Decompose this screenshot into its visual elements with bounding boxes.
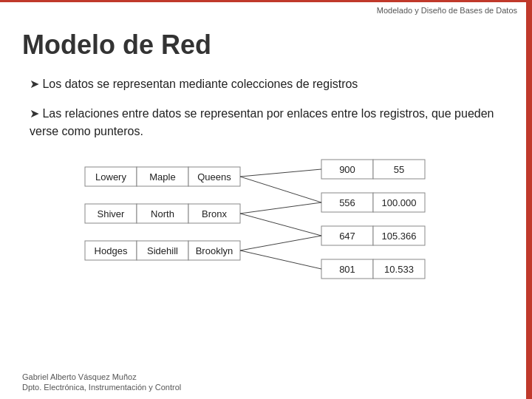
footer: Gabriel Alberto Vásquez Muñoz Dpto. Elec…	[22, 372, 181, 392]
svg-line-38	[240, 236, 321, 250]
svg-text:55: 55	[394, 164, 404, 175]
header-line	[0, 0, 526, 2]
svg-text:Queens: Queens	[197, 171, 231, 183]
svg-text:900: 900	[339, 164, 355, 175]
svg-text:Hodges: Hodges	[95, 245, 128, 256]
svg-line-34	[240, 169, 321, 177]
svg-line-36	[240, 202, 321, 214]
accent-bar	[526, 0, 532, 399]
svg-text:Sidehill: Sidehill	[147, 245, 178, 256]
svg-text:647: 647	[339, 231, 355, 242]
main-content: Modelo de Red Los datos se representan m…	[22, 22, 517, 369]
svg-text:Lowery: Lowery	[95, 171, 126, 183]
svg-text:Brooklyn: Brooklyn	[196, 245, 233, 256]
svg-line-39	[240, 250, 321, 269]
svg-text:556: 556	[339, 197, 355, 208]
page-title: Modelo de Red	[22, 30, 517, 61]
diagram: Lowery Maple Queens Shiver North Bronx H…	[22, 152, 517, 285]
bullet-1: Los datos se representan mediante colecc…	[22, 75, 517, 93]
bullet-2: Las relaciones entre datos se representa…	[22, 105, 517, 140]
svg-line-37	[240, 214, 321, 236]
svg-text:North: North	[151, 208, 174, 219]
svg-text:Bronx: Bronx	[202, 208, 227, 219]
svg-text:801: 801	[339, 264, 355, 275]
svg-text:10.533: 10.533	[384, 264, 414, 275]
svg-text:105.366: 105.366	[382, 231, 417, 242]
svg-text:Shiver: Shiver	[98, 208, 126, 219]
footer-line1: Gabriel Alberto Vásquez Muñoz	[22, 372, 181, 381]
svg-text:Maple: Maple	[149, 171, 175, 183]
svg-line-35	[240, 177, 321, 202]
footer-line2: Dpto. Electrónica, Instrumentación y Con…	[22, 383, 181, 392]
top-title: Modelado y Diseño de Bases de Datos	[377, 6, 517, 15]
network-diagram: Lowery Maple Queens Shiver North Bronx H…	[78, 156, 462, 282]
svg-text:100.000: 100.000	[382, 197, 417, 208]
